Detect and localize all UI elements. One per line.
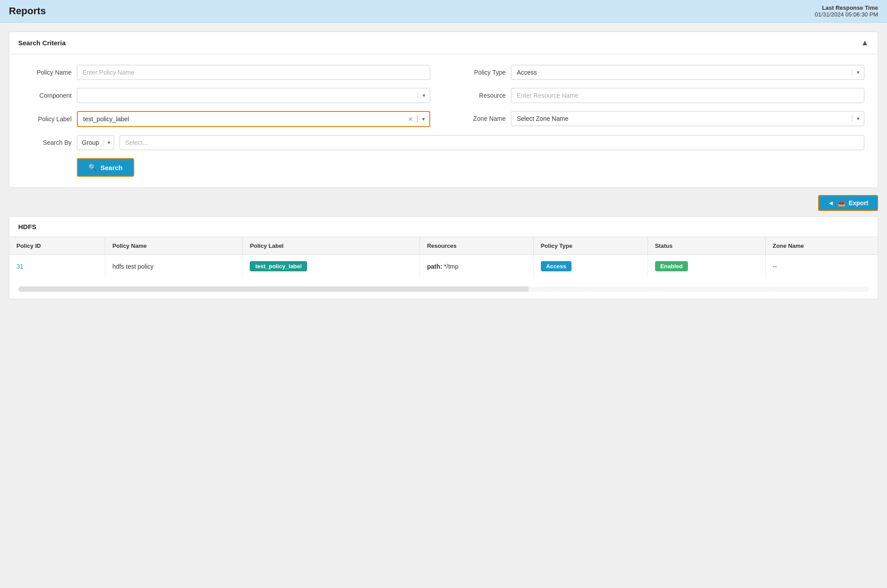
- policy-label-chevron-icon[interactable]: ▾: [417, 116, 429, 122]
- col-policy-label: Policy Label: [243, 237, 420, 255]
- col-policy-type: Policy Type: [533, 237, 647, 255]
- search-by-value-input[interactable]: [120, 135, 864, 150]
- component-select[interactable]: [77, 88, 418, 103]
- search-by-select-type[interactable]: Group User Role: [77, 135, 104, 150]
- policy-label-input[interactable]: [78, 112, 404, 126]
- cell-policy-id: 31: [9, 255, 105, 278]
- col-status: Status: [647, 237, 765, 255]
- last-response-time: Last Response Time 01/31/2024 05:06:30 P…: [815, 4, 878, 18]
- cell-status: Enabled: [647, 255, 765, 278]
- right-column: Policy Type Access Masking Row-level Fil…: [457, 65, 864, 127]
- zone-name-select-wrapper[interactable]: Select Zone Name ▾: [511, 111, 864, 126]
- search-by-chevron-icon: ▾: [104, 139, 114, 146]
- collapse-icon[interactable]: ▲: [861, 38, 869, 48]
- policy-type-select[interactable]: Access Masking Row-level Filter: [511, 65, 852, 79]
- zone-name-select[interactable]: Select Zone Name: [511, 111, 852, 126]
- table-header-row: Policy ID Policy Name Policy Label Resou…: [9, 237, 878, 255]
- search-button[interactable]: 🔍 Search: [77, 158, 134, 177]
- policy-name-label: Policy Name: [23, 69, 72, 76]
- policy-label-field[interactable]: ✕ ▾: [77, 111, 430, 127]
- col-resources: Resources: [420, 237, 533, 255]
- zone-name-label: Zone Name: [457, 115, 506, 122]
- search-btn-row: 🔍 Search: [23, 158, 864, 177]
- policy-type-select-wrapper[interactable]: Access Masking Row-level Filter ▾: [511, 65, 864, 80]
- component-row: Component ▾: [23, 88, 430, 103]
- last-response-label: Last Response Time: [815, 4, 878, 11]
- search-by-label: Search By: [23, 139, 72, 146]
- table-header: Policy ID Policy Name Policy Label Resou…: [9, 237, 878, 255]
- policy-type-badge: Access: [541, 261, 572, 271]
- search-by-row: Search By Group User Role ▾: [23, 135, 864, 150]
- cell-zone-name: --: [765, 255, 878, 278]
- export-arrow-icon: ◄: [828, 199, 834, 207]
- export-button-label: Export: [849, 199, 868, 207]
- search-criteria-panel: Search Criteria ▲ Policy Name Component: [9, 32, 878, 188]
- status-badge: Enabled: [655, 261, 688, 271]
- search-by-group[interactable]: Group User Role ▾: [77, 135, 114, 150]
- resource-label: Resource: [457, 92, 506, 99]
- component-label: Component: [23, 92, 72, 99]
- policy-name-row: Policy Name: [23, 65, 430, 80]
- col-policy-id: Policy ID: [9, 237, 105, 255]
- results-section-header: HDFS: [9, 217, 878, 237]
- policy-type-label: Policy Type: [457, 69, 506, 76]
- form-grid: Policy Name Component ▾ Policy Label: [23, 65, 864, 127]
- policy-id-link[interactable]: 31: [16, 263, 24, 270]
- policy-type-chevron-icon: ▾: [852, 69, 864, 75]
- horizontal-scrollbar[interactable]: [18, 286, 869, 292]
- export-row: ◄ 📤 Export: [9, 195, 878, 211]
- export-file-icon: 📤: [838, 199, 845, 207]
- last-response-value: 01/31/2024 05:06:30 PM: [815, 11, 878, 18]
- policy-name-input[interactable]: [77, 65, 430, 80]
- cell-resources: path: */tmp: [420, 255, 533, 278]
- panel-header: Search Criteria ▲: [9, 32, 878, 54]
- main-content: Search Criteria ▲ Policy Name Component: [0, 23, 887, 308]
- component-select-wrapper[interactable]: ▾: [77, 88, 430, 103]
- resource-input[interactable]: [511, 88, 864, 103]
- table-row: 31 hdfs test policy test_policy_label pa…: [9, 255, 878, 278]
- app-header: Reports Last Response Time 01/31/2024 05…: [0, 0, 887, 23]
- policy-label-clear-icon[interactable]: ✕: [404, 115, 417, 123]
- zone-name-chevron-icon: ▾: [852, 115, 864, 122]
- export-button[interactable]: ◄ 📤 Export: [818, 195, 878, 211]
- left-column: Policy Name Component ▾ Policy Label: [23, 65, 430, 127]
- results-table: Policy ID Policy Name Policy Label Resou…: [9, 237, 878, 278]
- panel-title: Search Criteria: [18, 39, 66, 47]
- policy-label-label: Policy Label: [23, 115, 72, 123]
- policy-label-row: Policy Label ✕ ▾: [23, 111, 430, 127]
- search-button-label: Search: [100, 164, 123, 171]
- zone-name-row: Zone Name Select Zone Name ▾: [457, 111, 864, 126]
- cell-policy-label: test_policy_label: [243, 255, 420, 278]
- cell-policy-name: hdfs test policy: [105, 255, 242, 278]
- resource-row: Resource: [457, 88, 864, 103]
- component-chevron-icon: ▾: [418, 92, 430, 99]
- policy-label-badge: test_policy_label: [250, 261, 307, 271]
- results-panel: HDFS Policy ID Policy Name Policy Label …: [9, 216, 878, 299]
- resources-bold: path:: [427, 263, 442, 270]
- search-icon: 🔍: [88, 163, 97, 171]
- col-zone-name: Zone Name: [765, 237, 878, 255]
- policy-type-row: Policy Type Access Masking Row-level Fil…: [457, 65, 864, 80]
- cell-policy-type: Access: [533, 255, 647, 278]
- page-title: Reports: [9, 5, 46, 17]
- col-policy-name: Policy Name: [105, 237, 242, 255]
- panel-body: Policy Name Component ▾ Policy Label: [9, 54, 878, 187]
- table-body: 31 hdfs test policy test_policy_label pa…: [9, 255, 878, 278]
